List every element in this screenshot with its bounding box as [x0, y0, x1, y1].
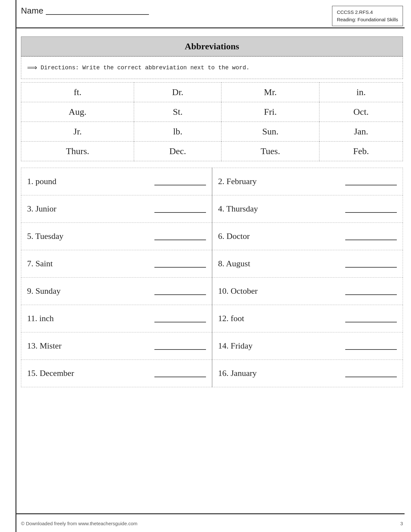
word-bank-table: ft.Dr.Mr.in.Aug.St.Fri.Oct.Jr.lb.Sun.Jan…	[21, 82, 403, 161]
answer-line-left-3[interactable]	[154, 260, 206, 268]
answer-line-left-5[interactable]	[154, 315, 206, 322]
word-bank-cell-3-3: Feb.	[319, 142, 403, 161]
exercise-left-2: 5. Tuesday	[21, 223, 212, 250]
standards-line1: CCCSS 2.RFS.4	[337, 9, 398, 16]
exercise-right-label-5: 12. foot	[218, 314, 244, 323]
answer-line-left-1[interactable]	[154, 205, 206, 213]
answer-line-left-6[interactable]	[154, 342, 206, 350]
answer-line-right-3[interactable]	[345, 260, 397, 268]
exercise-right-label-7: 16. January	[218, 369, 257, 378]
exercise-right-label-0: 2. February	[218, 177, 257, 186]
header: Name CCCSS 2.RFS.4 Reading: Foundational…	[21, 6, 403, 26]
exercise-left-0: 1. pound	[21, 168, 212, 195]
exercise-right-7: 16. January	[212, 360, 403, 387]
left-border	[15, 0, 16, 532]
word-bank-cell-2-3: Jan.	[319, 122, 403, 142]
exercise-left-3: 7. Saint	[21, 250, 212, 278]
word-bank-cell-2-1: lb.	[134, 122, 221, 142]
word-bank-cell-2-0: Jr.	[21, 122, 134, 142]
exercise-right-label-3: 8. August	[218, 259, 250, 269]
top-border	[15, 27, 405, 28]
exercise-right-6: 14. Friday	[212, 332, 403, 360]
word-bank-cell-1-1: St.	[134, 102, 221, 122]
exercise-left-label-3: 7. Saint	[27, 259, 53, 269]
exercise-right-2: 6. Doctor	[212, 223, 403, 250]
footer: © Downloaded freely from www.theteachers…	[21, 521, 403, 526]
standards-box: CCCSS 2.RFS.4 Reading: Foundational Skil…	[332, 6, 403, 26]
exercise-left-4: 9. Sunday	[21, 278, 212, 305]
answer-line-right-0[interactable]	[345, 178, 397, 185]
word-bank-cell-1-2: Fri.	[221, 102, 319, 122]
answer-line-right-7[interactable]	[345, 369, 397, 377]
word-bank-cell-3-2: Tues.	[221, 142, 319, 161]
answer-line-left-7[interactable]	[154, 369, 206, 377]
exercise-right-label-1: 4. Thursday	[218, 204, 258, 214]
exercise-right-label-4: 10. October	[218, 286, 258, 296]
arrow-icon: ⟹	[27, 64, 37, 72]
page-number: 3	[400, 521, 403, 526]
exercise-left-label-7: 15. December	[27, 369, 74, 378]
exercise-left-6: 13. Mister	[21, 332, 212, 360]
directions-text: Directions: Write the correct abbreviati…	[41, 64, 250, 71]
exercise-left-label-5: 11. inch	[27, 314, 54, 323]
exercise-right-1: 4. Thursday	[212, 195, 403, 223]
answer-line-right-2[interactable]	[345, 232, 397, 240]
answer-line-left-2[interactable]	[154, 232, 206, 240]
exercise-right-5: 12. foot	[212, 305, 403, 332]
answer-line-right-5[interactable]	[345, 315, 397, 322]
exercise-left-label-2: 5. Tuesday	[27, 232, 64, 241]
word-bank-cell-1-0: Aug.	[21, 102, 134, 122]
worksheet-title: Abbreviations	[21, 36, 403, 56]
exercise-left-label-4: 9. Sunday	[27, 286, 61, 296]
exercise-left-1: 3. Junior	[21, 195, 212, 223]
name-field: Name	[21, 6, 149, 16]
exercise-left-label-6: 13. Mister	[27, 341, 62, 351]
exercise-left-5: 11. inch	[21, 305, 212, 332]
exercise-right-label-2: 6. Doctor	[218, 232, 250, 241]
answer-line-right-4[interactable]	[345, 287, 397, 295]
exercise-right-3: 8. August	[212, 250, 403, 278]
answer-line-right-6[interactable]	[345, 342, 397, 350]
exercise-right-0: 2. February	[212, 168, 403, 195]
page: Name CCCSS 2.RFS.4 Reading: Foundational…	[0, 0, 411, 532]
copyright-text: © Downloaded freely from www.theteachers…	[21, 521, 137, 526]
answer-line-left-4[interactable]	[154, 287, 206, 295]
bottom-border	[15, 513, 405, 514]
content-area: Abbreviations ⟹ Directions: Write the co…	[21, 31, 403, 513]
exercise-right-label-6: 14. Friday	[218, 341, 253, 351]
word-bank-cell-0-1: Dr.	[134, 83, 221, 102]
exercise-left-label-0: 1. pound	[27, 177, 56, 186]
exercises-table: 1. pound2. February3. Junior4. Thursday5…	[21, 168, 403, 387]
standards-line2: Reading: Foundational Skills	[337, 16, 398, 24]
answer-line-right-1[interactable]	[345, 205, 397, 213]
directions-box: ⟹ Directions: Write the correct abbrevia…	[21, 56, 403, 79]
word-bank-cell-3-0: Thurs.	[21, 142, 134, 161]
word-bank-cell-1-3: Oct.	[319, 102, 403, 122]
word-bank-cell-3-1: Dec.	[134, 142, 221, 161]
name-underline	[46, 7, 149, 15]
exercise-left-7: 15. December	[21, 360, 212, 387]
word-bank-cell-0-3: in.	[319, 83, 403, 102]
exercise-left-label-1: 3. Junior	[27, 204, 56, 214]
word-bank-cell-0-0: ft.	[21, 83, 134, 102]
word-bank-cell-2-2: Sun.	[221, 122, 319, 142]
answer-line-left-0[interactable]	[154, 178, 206, 185]
name-label: Name	[21, 6, 43, 16]
exercise-right-4: 10. October	[212, 278, 403, 305]
word-bank-cell-0-2: Mr.	[221, 83, 319, 102]
